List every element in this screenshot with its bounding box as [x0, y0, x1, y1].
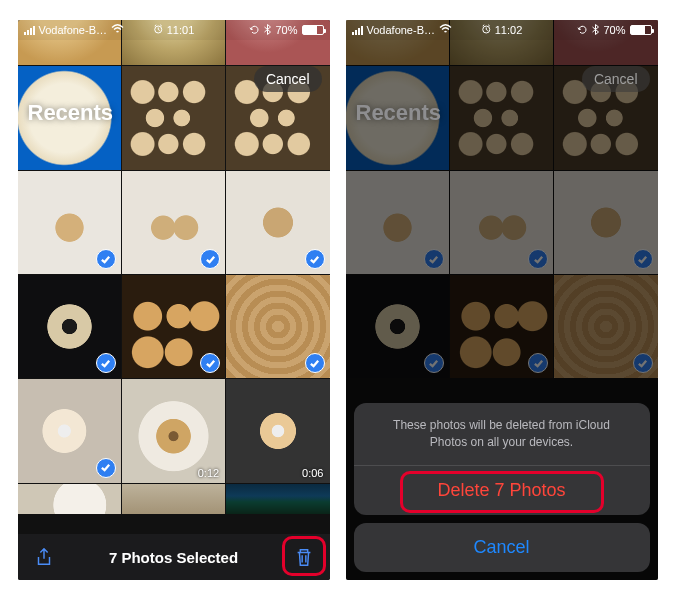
- wifi-icon: [111, 24, 124, 36]
- thumbnail-image: [18, 484, 121, 514]
- bluetooth-icon: [264, 24, 271, 37]
- selection-check-icon: [96, 458, 116, 478]
- delete-photos-button[interactable]: Delete 7 Photos: [354, 466, 650, 515]
- action-sheet-cancel-button[interactable]: Cancel: [354, 523, 650, 572]
- action-sheet-cancel-group: Cancel: [354, 523, 650, 572]
- video-duration-label: 0:06: [302, 467, 323, 479]
- battery-pct: 70%: [603, 24, 625, 36]
- action-sheet-message: These photos will be deleted from iCloud…: [354, 403, 650, 466]
- album-title: Recents: [28, 100, 114, 126]
- photo-thumbnail[interactable]: [18, 171, 121, 274]
- selection-check-icon: [96, 249, 116, 269]
- battery-pct: 70%: [275, 24, 297, 36]
- signal-bars-icon: [24, 26, 35, 35]
- alarm-icon: [481, 24, 491, 36]
- carrier-label: Vodafone-B…: [39, 24, 108, 36]
- toolbar: 7 Photos Selected: [18, 534, 330, 580]
- carrier-label: Vodafone-B…: [367, 24, 436, 36]
- status-left: Vodafone-B…: [352, 24, 453, 36]
- photo-thumbnail[interactable]: [122, 66, 225, 169]
- share-button[interactable]: [32, 545, 56, 569]
- status-time: 11:01: [167, 24, 195, 36]
- photo-grid: 0:120:06: [18, 20, 330, 514]
- photo-thumbnail[interactable]: [122, 484, 225, 514]
- photo-thumbnail[interactable]: [122, 171, 225, 274]
- thumbnail-image: [122, 66, 225, 169]
- status-bar: Vodafone-B… 11:02 70%: [346, 20, 658, 40]
- photo-thumbnail[interactable]: [18, 379, 121, 482]
- photo-thumbnail[interactable]: 0:12: [122, 379, 225, 482]
- status-right: 70%: [249, 24, 323, 37]
- delete-button[interactable]: [292, 545, 316, 569]
- status-center: 11:02: [481, 24, 523, 36]
- wifi-icon: [439, 24, 452, 36]
- photo-thumbnail[interactable]: [226, 484, 329, 514]
- selection-check-icon: [305, 249, 325, 269]
- alarm-icon: [153, 24, 163, 36]
- phone-left-selection-mode: Vodafone-B… 11:01 70% Cancel Recents 0:1…: [18, 20, 330, 580]
- video-duration-label: 0:12: [198, 467, 219, 479]
- status-bar: Vodafone-B… 11:01 70%: [18, 20, 330, 40]
- battery-icon: [630, 25, 652, 35]
- status-right: 70%: [577, 24, 651, 37]
- share-icon: [33, 546, 55, 568]
- photo-thumbnail[interactable]: [226, 275, 329, 378]
- signal-bars-icon: [352, 26, 363, 35]
- thumbnail-image: [122, 484, 225, 514]
- selection-check-icon: [305, 353, 325, 373]
- trash-icon: [293, 546, 315, 568]
- album-title: Recents: [356, 100, 442, 126]
- bluetooth-icon: [592, 24, 599, 37]
- photo-grid-scroll[interactable]: 0:120:06: [18, 20, 330, 534]
- action-sheet-group: These photos will be deleted from iCloud…: [354, 403, 650, 515]
- photo-thumbnail[interactable]: 0:06: [226, 379, 329, 482]
- thumbnail-image: [226, 484, 329, 514]
- cancel-button[interactable]: Cancel: [254, 66, 322, 92]
- battery-icon: [302, 25, 324, 35]
- status-left: Vodafone-B…: [24, 24, 125, 36]
- photo-thumbnail[interactable]: [18, 484, 121, 514]
- delete-action-sheet: These photos will be deleted from iCloud…: [354, 403, 650, 572]
- selection-count-label: 7 Photos Selected: [109, 549, 238, 566]
- cancel-button[interactable]: Cancel: [582, 66, 650, 92]
- phone-right-delete-confirm: Vodafone-B… 11:02 70% Cancel Recents: [346, 20, 658, 580]
- photo-thumbnail[interactable]: [18, 275, 121, 378]
- status-time: 11:02: [495, 24, 523, 36]
- sync-icon: [249, 24, 260, 37]
- status-center: 11:01: [153, 24, 195, 36]
- sync-icon: [577, 24, 588, 37]
- photo-thumbnail[interactable]: [226, 171, 329, 274]
- photo-thumbnail[interactable]: [122, 275, 225, 378]
